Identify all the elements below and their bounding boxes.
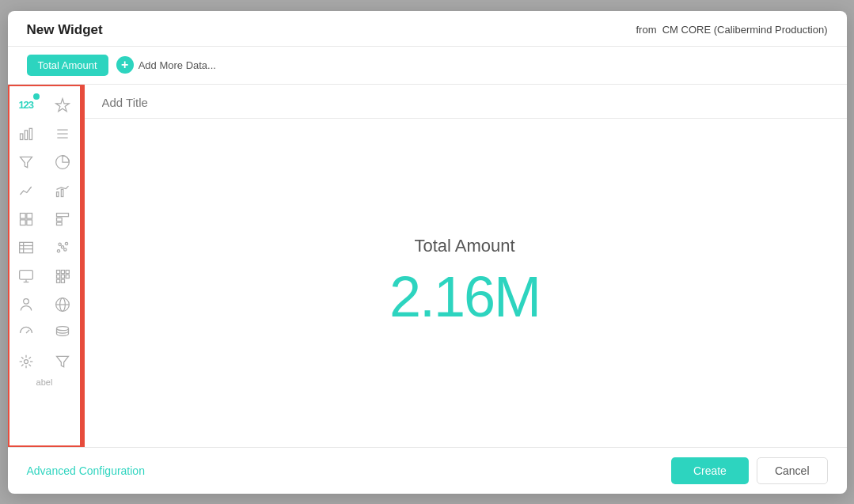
chart-type-person[interactable] — [8, 290, 45, 319]
svg-point-23 — [59, 243, 61, 245]
chart-type-funnel[interactable] — [8, 148, 45, 176]
icon-row-7 — [8, 262, 82, 290]
heatmap-icon — [55, 268, 70, 284]
create-button[interactable]: Create — [671, 457, 749, 484]
list-icon — [55, 126, 70, 142]
svg-rect-14 — [57, 218, 63, 221]
svg-rect-10 — [27, 213, 32, 218]
person-icon — [18, 297, 34, 313]
stack-icon — [55, 325, 70, 341]
svg-rect-13 — [57, 213, 69, 216]
chart-type-monitor[interactable] — [8, 262, 45, 290]
chart-type-pie[interactable] — [44, 148, 82, 176]
icon-row-6 — [8, 233, 82, 262]
filter2-icon — [55, 354, 70, 369]
svg-rect-12 — [27, 219, 32, 225]
bar-line-icon — [55, 183, 70, 199]
modal-footer: Advanced Configuration Create Cancel — [8, 447, 847, 494]
svg-rect-16 — [19, 242, 32, 252]
scatter-icon — [55, 240, 70, 256]
svg-rect-11 — [20, 219, 25, 225]
add-data-button[interactable]: + Add More Data... — [116, 56, 216, 74]
metric-label: Total Amount — [414, 236, 514, 256]
svg-rect-30 — [66, 270, 69, 273]
table-icon — [18, 240, 34, 256]
svg-line-48 — [28, 364, 30, 366]
gauge-icon — [18, 325, 34, 341]
chart-type-custom[interactable] — [44, 91, 82, 119]
svg-point-42 — [24, 359, 28, 363]
icon-row-8 — [8, 290, 82, 319]
icon-row-5 — [8, 205, 82, 233]
chart-type-table[interactable] — [8, 233, 45, 262]
svg-rect-34 — [57, 279, 60, 282]
chart-type-stack[interactable] — [44, 319, 82, 347]
icon-row-4 — [8, 176, 82, 205]
chart-type-bar[interactable] — [8, 119, 45, 148]
svg-rect-31 — [57, 275, 60, 278]
svg-rect-33 — [66, 275, 69, 278]
svg-rect-25 — [19, 270, 32, 279]
globe-icon — [55, 297, 70, 313]
chart-type-scatter[interactable] — [44, 233, 82, 262]
svg-rect-1 — [25, 130, 27, 139]
svg-rect-35 — [62, 279, 65, 282]
line-icon — [18, 183, 34, 199]
chart-area: Total Amount 2.16M — [83, 85, 847, 447]
funnel-icon — [18, 154, 34, 170]
svg-rect-9 — [20, 213, 25, 218]
icon-row-1: 123 — [8, 91, 82, 119]
svg-line-40 — [26, 329, 29, 332]
total-amount-tag[interactable]: Total Amount — [27, 55, 108, 76]
modal-overlay: New Widget from CM CORE (Calibermind Pro… — [0, 0, 854, 504]
svg-rect-32 — [62, 275, 65, 278]
chart-title-input[interactable] — [102, 96, 828, 109]
svg-rect-29 — [62, 270, 65, 273]
svg-line-47 — [21, 357, 23, 358]
chart-type-filter2[interactable] — [44, 347, 82, 376]
svg-rect-28 — [57, 270, 60, 273]
icon-row-10 — [8, 347, 82, 376]
svg-rect-7 — [57, 191, 59, 196]
grid-icon — [18, 211, 34, 227]
data-bar: Total Amount + Add More Data... — [8, 47, 847, 85]
svg-point-36 — [23, 298, 28, 304]
svg-point-22 — [66, 242, 68, 244]
title-input-row — [83, 85, 847, 119]
chart-type-bar-line[interactable] — [44, 176, 82, 205]
custom-icon — [55, 97, 70, 113]
add-data-label: Add More Data... — [139, 59, 216, 71]
modal-title: New Widget — [27, 22, 103, 38]
chart-type-heatmap[interactable] — [44, 262, 82, 290]
chart-type-gauge[interactable] — [8, 319, 45, 347]
svg-rect-2 — [29, 128, 32, 139]
chart-type-panel: 123 — [8, 85, 83, 447]
metric-value: 2.16M — [389, 264, 540, 329]
chart-type-globe[interactable] — [44, 290, 82, 319]
svg-point-41 — [57, 326, 69, 330]
svg-rect-8 — [62, 189, 64, 196]
modal: New Widget from CM CORE (Calibermind Pro… — [8, 11, 847, 494]
footer-actions: Create Cancel — [671, 457, 828, 484]
chart-type-sunburst[interactable] — [8, 347, 45, 376]
modal-header: New Widget from CM CORE (Calibermind Pro… — [8, 11, 847, 47]
chart-type-grid[interactable] — [8, 205, 45, 233]
svg-line-49 — [28, 357, 30, 358]
svg-rect-0 — [20, 134, 22, 140]
advanced-config-link[interactable]: Advanced Configuration — [27, 464, 145, 477]
pivot-icon — [55, 211, 70, 227]
pie-icon — [55, 154, 70, 170]
svg-point-20 — [58, 249, 60, 252]
cancel-button[interactable]: Cancel — [757, 457, 828, 484]
chart-type-pivot[interactable] — [44, 205, 82, 233]
chart-type-list[interactable] — [44, 119, 82, 148]
icon-row-9 — [8, 319, 82, 347]
sunburst-icon — [18, 354, 34, 369]
svg-line-50 — [21, 364, 23, 366]
svg-point-24 — [64, 248, 66, 250]
icon-row-2 — [8, 119, 82, 148]
chart-type-line[interactable] — [8, 176, 45, 205]
modal-source: from CM CORE (Calibermind Production) — [636, 24, 827, 36]
chart-type-number[interactable]: 123 — [8, 91, 45, 119]
svg-rect-15 — [57, 222, 63, 225]
